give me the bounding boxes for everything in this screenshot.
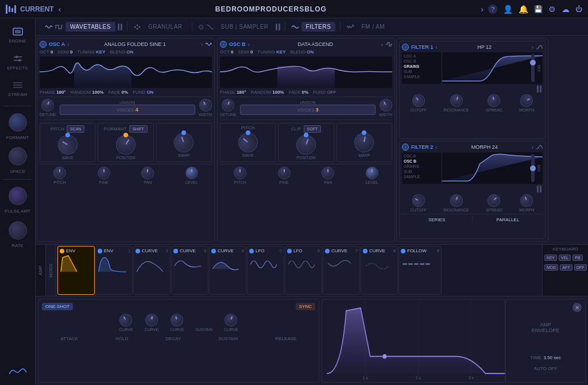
settings-icon[interactable]: ⚙	[548, 5, 556, 14]
aft-tag[interactable]: AFT	[560, 264, 572, 271]
wavetables-tab[interactable]: WAVETABLES	[65, 22, 115, 32]
morph2-knob[interactable]	[519, 192, 535, 209]
osc-a-prev[interactable]: ‹	[67, 41, 69, 48]
osc-b-prev[interactable]: ‹	[248, 41, 250, 48]
width-knob-b[interactable]	[377, 97, 394, 114]
pitch-knob-b[interactable]	[234, 167, 246, 179]
morph1-knob[interactable]	[518, 92, 535, 109]
filter1-pause-icon[interactable]	[537, 86, 541, 93]
osc-b-next[interactable]: ›	[381, 41, 383, 48]
filter2-pause-icon[interactable]	[537, 186, 541, 192]
filter1-prev[interactable]: ‹	[435, 44, 437, 51]
mod-slot-curve3[interactable]: CURVE 3	[171, 246, 208, 295]
filter2-wave-icon	[536, 144, 543, 150]
level-knob-a[interactable]	[185, 167, 198, 179]
fine-knob-b[interactable]	[278, 167, 291, 179]
filter2-knobs: CUTOFF RESONANCE SPREAD MORPH	[402, 194, 543, 212]
off-tag[interactable]: OFF	[574, 264, 587, 271]
keyboard-label: KEYBOARD	[544, 247, 586, 252]
bottom-section: ONE-SHOT SYNC CURVE CURVE CURVE	[36, 296, 588, 385]
svg-point-8	[16, 56, 18, 58]
osc-a-next[interactable]: ›	[201, 41, 203, 48]
rate-knob[interactable]	[9, 221, 27, 240]
detune-knob-b[interactable]	[220, 97, 236, 113]
osc-a-phase-row: PHASE180° RANDOM100% FADE0% FUNDON	[40, 90, 212, 95]
wavetable-pause-icon[interactable]	[118, 24, 122, 30]
fmam-tab[interactable]: FM / AM	[357, 22, 389, 32]
user-icon[interactable]: 👤	[503, 5, 513, 14]
cutoff1-knob[interactable]	[409, 92, 427, 110]
fine-knob-a[interactable]	[98, 167, 110, 179]
mod-slot-follow9[interactable]: FOLLOW 9	[399, 246, 442, 295]
width-knob-a[interactable]	[196, 97, 214, 114]
mod-slot-lfo6[interactable]: LFO 6	[285, 246, 322, 295]
content-area: WAVETABLES GRANULAR ⊙	[36, 18, 588, 385]
svg-point-25	[382, 354, 386, 359]
key-tag[interactable]: KEY	[544, 255, 557, 261]
mod-slot-curve2[interactable]: CURVE 2	[133, 246, 171, 295]
granular-tab[interactable]: GRANULAR	[144, 22, 187, 32]
scan-btn-a[interactable]: SCAN	[67, 125, 84, 133]
sync-tag[interactable]: SYNC	[296, 303, 315, 310]
bell-icon[interactable]: 🔔	[519, 5, 528, 14]
pan-knob-b[interactable]	[322, 167, 334, 179]
osc-b-phase-row: PHASE180° RANDOM100% FADE0% FUNDOFF	[220, 90, 392, 95]
spread1-knob[interactable]	[487, 93, 501, 107]
help-icon[interactable]: ?	[488, 5, 497, 14]
one-shot-tag[interactable]: ONE-SHOT	[42, 303, 73, 310]
filter1-info[interactable]: i	[402, 44, 409, 51]
nav-prev-arrow[interactable]: ‹	[59, 5, 61, 14]
mod-slot-env1[interactable]: ENV 1	[95, 246, 133, 295]
hold-curve-knob[interactable]	[144, 313, 158, 327]
release-curve-knob[interactable]	[223, 312, 239, 328]
pitch-knob-a[interactable]	[53, 167, 66, 179]
engine-icon	[11, 26, 24, 37]
formant-knob[interactable]	[9, 113, 27, 132]
mod-slot-amp-env[interactable]: ENV	[57, 246, 95, 295]
mod-slot-lfo5[interactable]: LFO 5	[247, 246, 284, 295]
resonance1-knob[interactable]	[448, 93, 464, 109]
level-knob-b[interactable]	[366, 167, 378, 179]
filters-tab[interactable]: FILTERS	[301, 22, 336, 32]
series-btn[interactable]: SERIES	[402, 216, 471, 224]
vel-tag[interactable]: VEL	[559, 255, 571, 261]
nav-next-arrow[interactable]: ›	[481, 5, 483, 14]
osc-b-pitch-section: PITCH WAVE CLIP SOFT	[220, 123, 392, 162]
detune-knob-a[interactable]	[40, 97, 56, 113]
sidebar-item-engine[interactable]: ENGINE	[2, 23, 33, 48]
decay-curve-knob[interactable]	[169, 313, 185, 328]
mod-slot-curve7[interactable]: CURVE 7	[323, 246, 360, 295]
filter2-info[interactable]: i	[402, 144, 409, 151]
mod-slot-curve4[interactable]: CURVE 4	[209, 246, 246, 295]
sidebar-item-stream[interactable]: STREAM	[2, 76, 33, 101]
space-knob[interactable]	[9, 147, 27, 165]
env-close-btn[interactable]: ✕	[572, 303, 582, 312]
sub-sampler-pause-icon[interactable]	[276, 24, 280, 30]
attack-curve-knob[interactable]	[117, 311, 134, 329]
parallel-btn[interactable]: PARALLEL	[473, 216, 543, 224]
save-icon[interactable]: 💾	[534, 5, 543, 13]
filter1-next[interactable]: ›	[532, 44, 533, 51]
soft-btn-b[interactable]: SOFT	[304, 125, 322, 133]
mod-slot-curve8[interactable]: CURVE 8	[361, 246, 398, 295]
pan-knob-a[interactable]	[141, 167, 154, 179]
filter2-next[interactable]: ›	[532, 144, 533, 151]
resonance2-knob[interactable]	[449, 193, 463, 207]
power-icon[interactable]: ⏻	[575, 5, 582, 13]
filter2-prev[interactable]: ‹	[435, 144, 437, 151]
osc-a-info[interactable]: i	[40, 41, 47, 48]
pulse-amt-knob[interactable]	[9, 187, 27, 205]
osc-b-info[interactable]: i	[220, 41, 227, 48]
cutoff2-knob[interactable]	[410, 192, 427, 209]
shift-btn-a[interactable]: SHIFT	[129, 125, 148, 133]
cloud-icon[interactable]: ☁	[562, 5, 570, 14]
spread2-knob[interactable]	[485, 192, 503, 210]
svg-rect-19	[414, 263, 419, 265]
left-sidebar: ENGINE EFFECTS STREAM FORMANT SPACE PU	[0, 18, 36, 385]
filter2-mix-slider[interactable]	[531, 154, 535, 182]
sidebar-item-effects[interactable]: EFFECTS	[2, 50, 33, 75]
sub-sampler-tab[interactable]: SUB | SAMPLER	[216, 22, 273, 32]
pb-tag[interactable]: PB	[572, 255, 582, 261]
filter1-mix-slider[interactable]	[531, 54, 535, 82]
mod-tag[interactable]: MOD	[544, 264, 558, 271]
